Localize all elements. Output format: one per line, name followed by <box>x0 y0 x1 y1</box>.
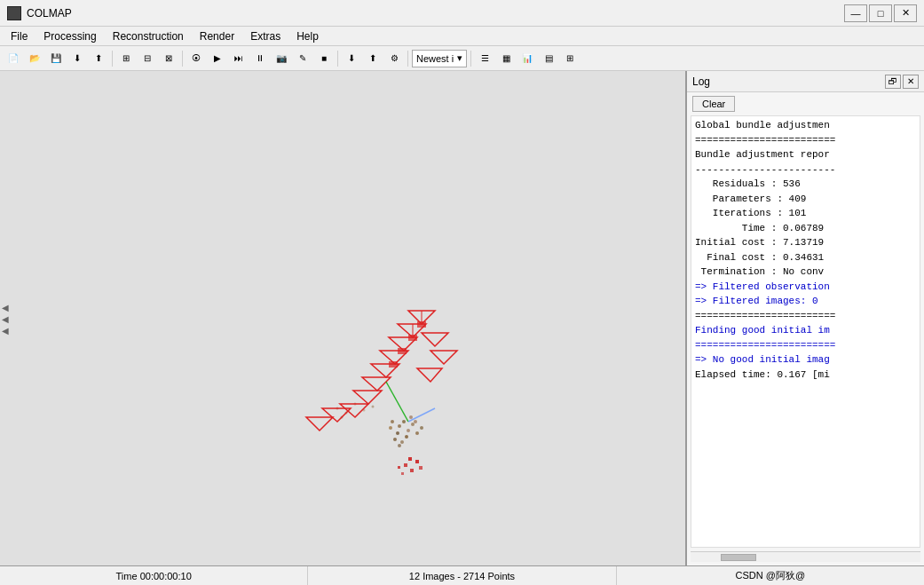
log-line: Termination : No conv <box>695 265 916 280</box>
left-panel-arrows: ◀ ◀ ◀ <box>2 302 9 335</box>
menu-item-reconstruction[interactable]: Reconstruction <box>106 28 191 44</box>
toolbar-sep-3 <box>337 51 338 67</box>
title-left: COLMAP <box>7 6 72 20</box>
tool-btn-1[interactable]: ⦿ <box>186 49 206 68</box>
svg-point-2 <box>402 420 406 423</box>
camera-btn[interactable]: 📷 <box>272 49 291 68</box>
status-time: Time 00:00:00:10 <box>0 566 308 585</box>
square-btn[interactable]: ■ <box>314 49 334 68</box>
log-content[interactable]: Global bundle adjustmen=================… <box>691 115 920 548</box>
stop-button[interactable]: ⏸ <box>250 49 270 68</box>
export-button[interactable]: ⬆ <box>89 49 108 68</box>
view-btn-3[interactable]: ⊠ <box>159 49 178 68</box>
status-bar: Time 00:00:00:10 12 Images - 2714 Points… <box>0 565 924 585</box>
view-dropdown[interactable]: Newest i ▾ <box>412 50 467 67</box>
title-bar: COLMAP — □ ✕ <box>0 0 924 27</box>
svg-rect-16 <box>408 457 412 461</box>
log-horizontal-scrollbar-thumb[interactable] <box>721 554 756 561</box>
toolbar-sep-1 <box>112 51 113 67</box>
clear-button[interactable]: Clear <box>692 96 735 112</box>
menu-item-processing[interactable]: Processing <box>36 28 103 44</box>
svg-point-4 <box>396 431 399 435</box>
svg-rect-20 <box>419 466 423 470</box>
play-button[interactable]: ▶ <box>208 49 227 68</box>
import2-btn[interactable]: ⬇ <box>342 49 361 68</box>
svg-point-3 <box>407 429 410 432</box>
log-close-button[interactable]: ✕ <box>903 75 919 89</box>
svg-point-12 <box>414 420 417 423</box>
svg-point-7 <box>405 435 408 439</box>
log-line: Time : 0.06789 <box>695 221 916 236</box>
dropdown-label: Newest i <box>416 53 454 64</box>
toolbar: 📄 📂 💾 ⬇ ⬆ ⊞ ⊟ ⊠ ⦿ ▶ ⏭ ⏸ 📷 ✎ ■ ⬇ ⬆ ⚙ Newe… <box>0 46 924 71</box>
menu-item-file[interactable]: File <box>4 28 35 44</box>
svg-rect-17 <box>404 463 407 467</box>
title-controls: — □ ✕ <box>844 4 917 22</box>
title-text: COLMAP <box>27 7 72 20</box>
save-button[interactable]: 💾 <box>46 49 66 68</box>
proc-btn[interactable]: ⚙ <box>384 49 404 68</box>
menu-item-extras[interactable]: Extras <box>243 28 288 44</box>
info-label: 12 Images - 2714 Points <box>409 571 515 581</box>
list-btn[interactable]: ☰ <box>475 49 494 68</box>
import-button[interactable]: ⬇ <box>67 49 87 68</box>
skip-btn[interactable]: ⏭ <box>229 49 249 68</box>
log-line: ======================== <box>695 338 916 353</box>
log-line: Final cost : 0.34631 <box>695 250 916 265</box>
svg-point-9 <box>393 438 397 441</box>
menu-item-render[interactable]: Render <box>193 28 241 44</box>
svg-point-15 <box>398 444 401 447</box>
export2-btn[interactable]: ⬆ <box>363 49 383 68</box>
new-button[interactable]: 📄 <box>4 49 23 68</box>
menu-item-help[interactable]: Help <box>289 28 326 44</box>
svg-point-27 <box>372 406 375 408</box>
scene-svg <box>0 71 685 565</box>
svg-rect-47 <box>408 335 417 341</box>
open-button[interactable]: 📂 <box>25 49 44 68</box>
log-line: Global bundle adjustmen <box>695 118 916 133</box>
log-line: Iterations : 101 <box>695 206 916 221</box>
svg-point-5 <box>411 423 415 426</box>
menu-bar: FileProcessingReconstructionRenderExtras… <box>0 27 924 46</box>
bar-btn[interactable]: ▦ <box>496 49 516 68</box>
time-label: Time 00:00:00:10 <box>116 571 192 581</box>
svg-rect-0 <box>0 71 685 565</box>
main-content: ◀ ◀ ◀ <box>0 71 924 565</box>
chart-btn[interactable]: 📊 <box>517 49 537 68</box>
svg-rect-19 <box>410 469 414 472</box>
view-btn-2[interactable]: ⊟ <box>138 49 157 68</box>
log-line: Initial cost : 7.13719 <box>695 235 916 250</box>
table-btn[interactable]: ▤ <box>539 49 558 68</box>
svg-rect-48 <box>398 348 407 354</box>
log-panel: Log 🗗 ✕ Clear Global bundle adjustmen===… <box>686 71 924 565</box>
svg-point-14 <box>420 426 423 430</box>
svg-point-6 <box>389 426 392 430</box>
toolbar-sep-4 <box>407 51 408 67</box>
maximize-button[interactable]: □ <box>869 4 892 22</box>
viewport[interactable]: ◀ ◀ ◀ <box>0 71 686 565</box>
log-header: Log 🗗 ✕ <box>687 71 924 92</box>
toolbar-sep-5 <box>470 51 471 67</box>
svg-rect-21 <box>398 466 400 469</box>
svg-point-10 <box>415 431 419 435</box>
log-line: Finding good initial im <box>695 323 916 338</box>
edit-btn[interactable]: ✎ <box>293 49 312 68</box>
svg-point-1 <box>398 424 401 428</box>
log-line: => Filtered images: 0 <box>695 294 916 309</box>
log-restore-button[interactable]: 🗗 <box>885 75 901 89</box>
svg-rect-18 <box>415 460 419 463</box>
status-extra: CSDN @阿狄@ <box>617 566 924 585</box>
svg-point-13 <box>391 420 394 423</box>
minimize-button[interactable]: — <box>844 4 867 22</box>
log-scrollbar[interactable] <box>691 551 920 562</box>
log-line: Residuals : 536 <box>695 177 916 192</box>
close-button[interactable]: ✕ <box>894 4 917 22</box>
log-header-buttons: 🗗 ✕ <box>885 75 919 89</box>
log-line: => No good initial imag <box>695 352 916 368</box>
log-line: ======================== <box>695 309 916 324</box>
svg-rect-49 <box>389 361 398 368</box>
grid-btn[interactable]: ⊞ <box>560 49 580 68</box>
view-btn-1[interactable]: ⊞ <box>116 49 136 68</box>
log-line: => Filtered observation <box>695 280 916 295</box>
log-line: Elapsed time: 0.167 [mi <box>695 368 916 383</box>
